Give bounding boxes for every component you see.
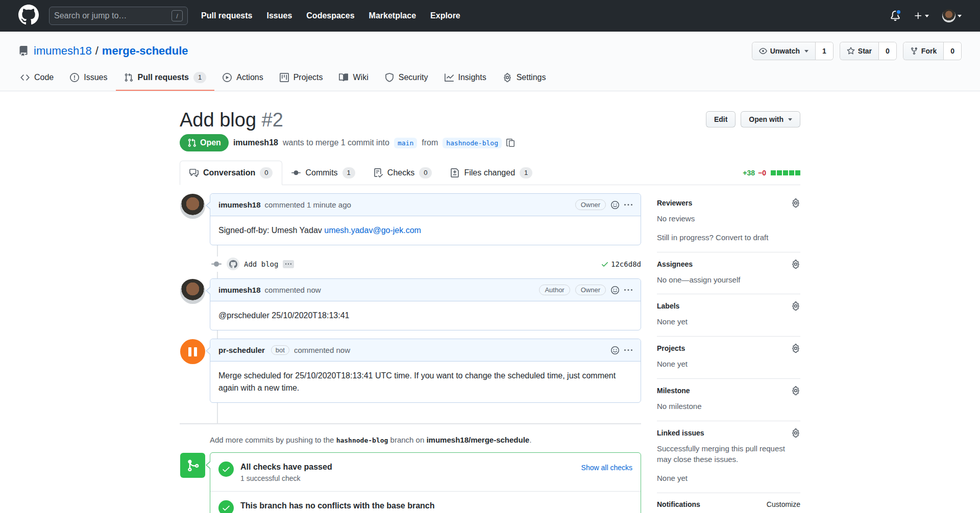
github-logo[interactable] xyxy=(18,5,39,27)
comment-timestamp: commented now xyxy=(265,286,321,294)
bot-avatar[interactable] xyxy=(180,339,205,364)
emoji-reaction-button[interactable] xyxy=(611,201,619,209)
forks-count[interactable]: 0 xyxy=(943,42,961,60)
tab-issues[interactable]: Issues xyxy=(62,66,115,91)
pr-author-link[interactable]: imumesh18 xyxy=(233,138,278,147)
commit-author-avatar[interactable] xyxy=(227,258,239,270)
owner-badge: Owner xyxy=(575,285,606,295)
nav-marketplace[interactable]: Marketplace xyxy=(369,11,416,20)
sidebar-section-milestone: Milestone No milestone xyxy=(657,379,800,421)
section-title: Assignees xyxy=(657,260,693,268)
tab-settings[interactable]: Settings xyxy=(495,66,554,91)
assignees-empty-text: No one—assign yourself xyxy=(657,274,800,286)
watchers-count[interactable]: 1 xyxy=(815,42,833,60)
user-menu[interactable] xyxy=(942,9,962,22)
unread-notification-dot xyxy=(896,9,901,15)
star-icon xyxy=(847,47,855,55)
copy-branch-button[interactable] xyxy=(506,139,514,147)
repo-name-link[interactable]: merge-schedule xyxy=(102,44,188,58)
gear-icon xyxy=(791,344,800,353)
smiley-icon xyxy=(611,346,619,354)
kebab-icon xyxy=(624,346,632,354)
nav-pull-requests[interactable]: Pull requests xyxy=(201,11,252,20)
gear-icon xyxy=(791,428,800,438)
conflicts-status-row: This branch has no conflicts with the ba… xyxy=(210,491,641,513)
tab-insights[interactable]: Insights xyxy=(436,66,495,91)
comment-author-link[interactable]: imumesh18 xyxy=(218,286,261,294)
milestone-gear-button[interactable] xyxy=(791,386,800,395)
head-branch-label[interactable]: hashnode-blog xyxy=(443,138,502,148)
chevron-down-icon xyxy=(788,118,792,121)
nav-explore[interactable]: Explore xyxy=(430,11,460,20)
labels-gear-button[interactable] xyxy=(791,301,800,311)
email-link[interactable]: umesh.yadav@go-jek.com xyxy=(324,226,421,235)
show-all-checks-link[interactable]: Show all checks xyxy=(581,461,632,472)
nav-issues[interactable]: Issues xyxy=(266,11,292,20)
kebab-icon xyxy=(624,286,632,294)
base-branch-label[interactable]: main xyxy=(394,138,417,148)
convert-to-draft-link[interactable]: Convert to draft xyxy=(716,233,768,242)
commit-expand-button[interactable] xyxy=(283,260,294,268)
sidebar-section-linked-issues: Linked issues Successfully merging this … xyxy=(657,421,800,493)
check-circle-icon xyxy=(218,461,234,477)
pr-timeline: imumesh18 commented 1 minute ago Owner xyxy=(180,193,641,513)
sidebar-section-reviewers: Reviewers No reviews Still in progress? … xyxy=(657,193,800,252)
open-with-button[interactable]: Open with xyxy=(741,111,800,127)
tab-checks[interactable]: Checks 0 xyxy=(364,161,442,185)
projects-gear-button[interactable] xyxy=(791,344,800,353)
emoji-reaction-button[interactable] xyxy=(611,346,619,354)
edit-button[interactable]: Edit xyxy=(706,111,736,127)
comment-header: pr-scheduler bot commented now xyxy=(210,339,641,362)
issue-icon xyxy=(70,73,79,82)
emoji-reaction-button[interactable] xyxy=(611,286,619,294)
assignees-gear-button[interactable] xyxy=(791,260,800,269)
checklist-icon xyxy=(374,168,383,177)
fork-button-group: Fork 0 xyxy=(903,42,962,60)
pr-state-badge: Open xyxy=(180,134,229,151)
tab-security[interactable]: Security xyxy=(377,66,436,91)
assign-yourself-link[interactable]: assign yourself xyxy=(689,275,740,284)
nav-codespaces[interactable]: Codespaces xyxy=(306,11,354,20)
reviewers-gear-button[interactable] xyxy=(791,198,800,208)
notifications-bell[interactable] xyxy=(890,11,900,21)
create-new-menu[interactable] xyxy=(914,11,929,20)
tab-files-changed[interactable]: Files changed 1 xyxy=(441,161,542,185)
tab-wiki[interactable]: Wiki xyxy=(331,66,376,91)
checks-status-row: All checks have passed 1 successful chec… xyxy=(210,453,641,491)
comment-author-link[interactable]: pr-scheduler xyxy=(218,346,265,354)
repo-owner-link[interactable]: imumesh18 xyxy=(34,44,92,58)
comment-options-button[interactable] xyxy=(624,201,632,209)
fork-label: Fork xyxy=(921,47,937,55)
reviewers-empty-text: No reviews xyxy=(657,213,800,224)
tab-pull-requests[interactable]: Pull requests 1 xyxy=(116,66,215,91)
search-input[interactable] xyxy=(54,11,172,20)
tab-projects[interactable]: Projects xyxy=(272,66,331,91)
avatar[interactable] xyxy=(180,279,205,304)
stars-count[interactable]: 0 xyxy=(878,42,896,60)
tab-actions[interactable]: Actions xyxy=(214,66,271,91)
tab-code[interactable]: Code xyxy=(12,66,62,91)
commit-message-link[interactable]: Add blog xyxy=(244,260,278,268)
tab-commits[interactable]: Commits 1 xyxy=(282,161,364,185)
branch-name: hashnode-blog xyxy=(336,437,388,444)
global-search[interactable]: / xyxy=(49,7,188,25)
breadcrumb: imumesh18 / merge-schedule Unwatch 1 Sta… xyxy=(0,42,980,60)
star-button[interactable]: Star xyxy=(840,42,878,60)
tab-conversation[interactable]: Conversation 0 xyxy=(180,161,282,185)
comment-timestamp: commented 1 minute ago xyxy=(265,200,351,209)
commit-icon xyxy=(211,256,222,272)
comment-options-button[interactable] xyxy=(624,346,632,354)
customize-link[interactable]: Customize xyxy=(767,500,800,508)
star-label: Star xyxy=(858,47,872,55)
section-title: Labels xyxy=(657,302,679,310)
sidebar-section-projects: Projects None yet xyxy=(657,337,800,379)
comment-author-link[interactable]: imumesh18 xyxy=(218,200,261,209)
comment-options-button[interactable] xyxy=(624,286,632,294)
unwatch-button[interactable]: Unwatch xyxy=(752,42,815,60)
sidebar-section-assignees: Assignees No one—assign yourself xyxy=(657,252,800,295)
check-status-icon[interactable] xyxy=(601,260,609,268)
linked-issues-gear-button[interactable] xyxy=(791,428,800,438)
avatar[interactable] xyxy=(180,194,205,219)
fork-button[interactable]: Fork xyxy=(903,42,943,60)
commit-sha-link[interactable]: 12c6d8d xyxy=(611,260,641,268)
